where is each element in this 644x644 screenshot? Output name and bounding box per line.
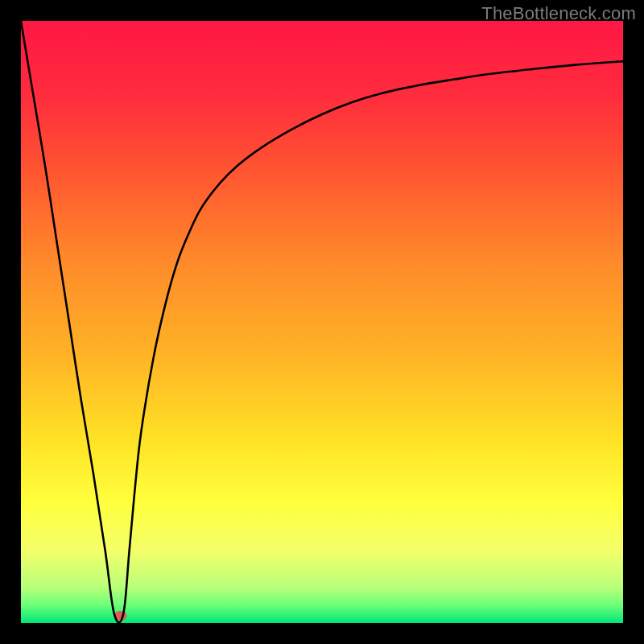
gradient-background: [21, 21, 623, 623]
plot-area: [21, 21, 623, 623]
chart-frame: TheBottleneck.com: [0, 0, 644, 644]
